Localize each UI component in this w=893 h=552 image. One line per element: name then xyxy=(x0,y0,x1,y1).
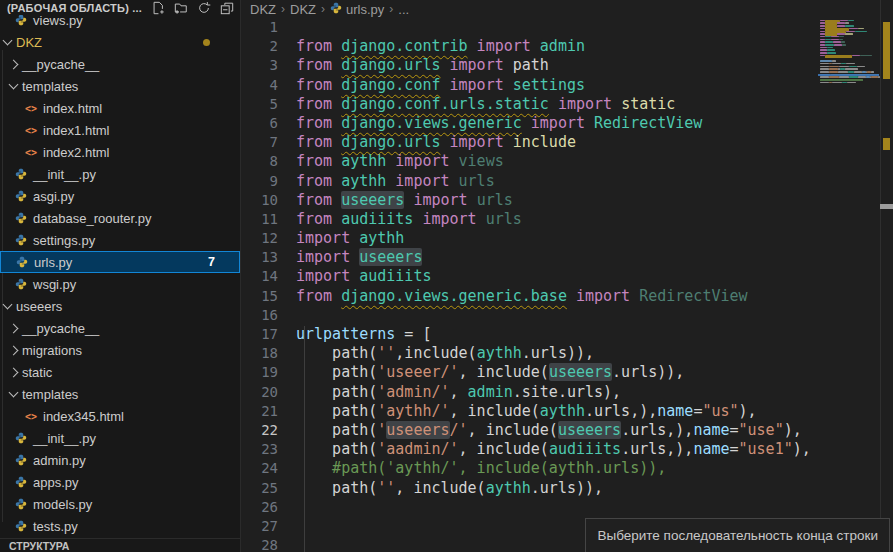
line-number: 5 xyxy=(241,95,278,114)
tree-item-label: __pycache__ xyxy=(22,57,99,72)
code-line[interactable]: 12import aythh xyxy=(241,229,893,248)
code-line[interactable]: 26 xyxy=(241,498,893,517)
code-line[interactable]: 2from django.contrib import admin xyxy=(241,37,893,56)
code-line[interactable]: 6from django.views.generic import Redire… xyxy=(241,114,893,133)
tree-item-asgi-py[interactable]: asgi.py xyxy=(0,185,240,207)
tree-item-index-html[interactable]: <>index.html xyxy=(0,97,240,119)
code-line[interactable]: 20 path('admin/', admin.site.urls), xyxy=(241,383,893,402)
python-file-icon xyxy=(14,431,28,445)
breadcrumb-label: DKZ xyxy=(290,2,316,17)
line-number: 4 xyxy=(241,76,278,95)
code-line[interactable]: 5from django.conf.urls.static import sta… xyxy=(241,95,893,114)
tree-item-apps-py[interactable]: apps.py xyxy=(0,471,240,493)
python-file-icon xyxy=(14,277,28,291)
code-line[interactable]: 7from django.urls import include xyxy=(241,133,893,152)
breadcrumb-item[interactable]: DKZ xyxy=(250,2,276,17)
minimap-line-segment xyxy=(825,55,851,58)
minimap[interactable] xyxy=(818,0,879,552)
breadcrumb-separator-icon: › xyxy=(389,2,393,16)
tree-item-settings-py[interactable]: settings.py xyxy=(0,229,240,251)
tree-item-dkz[interactable]: DKZ xyxy=(0,31,240,53)
python-file-icon xyxy=(14,13,28,27)
tree-item-label: static xyxy=(22,365,52,380)
code-line[interactable]: 15from django.views.generic.base import … xyxy=(241,287,893,306)
minimap-line-segment xyxy=(825,41,832,43)
python-file-icon xyxy=(14,453,28,467)
code-text: from django.conf import settings xyxy=(278,76,585,95)
tree-item-urls-py[interactable]: urls.py7 xyxy=(0,251,240,273)
breadcrumb-item[interactable]: DKZ xyxy=(290,2,316,17)
minimap-line-segment xyxy=(849,66,856,68)
minimap-line-segment xyxy=(837,22,845,24)
tree-item-templates[interactable]: templates xyxy=(0,383,240,405)
tree-item-index2-html[interactable]: <>index2.html xyxy=(0,141,240,163)
code-text: from aythh import views xyxy=(278,152,504,171)
code-line[interactable]: 1 xyxy=(241,18,893,37)
code-line[interactable]: 9from aythh import urls xyxy=(241,172,893,191)
file-tree: views.pyDKZ__pycache__templates<>index.h… xyxy=(0,0,240,538)
chevron-down-icon xyxy=(3,300,13,310)
code-line[interactable]: 22 path('useeers/', include(useeers.urls… xyxy=(241,421,893,440)
code-line[interactable]: 18 path('',include(aythh.urls)), xyxy=(241,344,893,363)
minimap-line-segment xyxy=(871,71,873,73)
code-line[interactable]: 4from django.conf import settings xyxy=(241,76,893,95)
code-line[interactable]: 16 xyxy=(241,306,893,325)
refresh-icon[interactable] xyxy=(196,1,211,16)
breadcrumb-item[interactable]: urls.py xyxy=(330,2,384,17)
tree-item--init-py[interactable]: __init__.py xyxy=(0,163,240,185)
code-line[interactable]: 3from django.urls import path xyxy=(241,56,893,75)
new-file-icon[interactable] xyxy=(150,1,165,16)
tree-item-models-py[interactable]: models.py xyxy=(0,493,240,515)
tree-item-templates[interactable]: templates xyxy=(0,75,240,97)
minimap-line-segment xyxy=(827,47,832,49)
code-text: path('useeers/', include(useeers.urls,),… xyxy=(278,421,802,440)
python-file-icon xyxy=(14,189,28,203)
python-file-icon xyxy=(14,497,28,511)
minimap-line-segment xyxy=(839,39,843,41)
tree-item--pycache-[interactable]: __pycache__ xyxy=(0,53,240,75)
breadcrumb-item[interactable]: ... xyxy=(398,2,409,17)
overview-ruler[interactable] xyxy=(880,0,893,552)
python-file-icon xyxy=(15,255,29,269)
code-line[interactable]: 25 path('', include(aythh.urls)), xyxy=(241,479,893,498)
code-text: import useeers xyxy=(278,248,422,267)
minimap-line-segment xyxy=(827,49,834,51)
tree-item-tests-py[interactable]: tests.py xyxy=(0,515,240,537)
code-line[interactable]: 13import useeers xyxy=(241,248,893,267)
workspace-title: (РАБОЧАЯ ОБЛАСТЬ) ... xyxy=(7,2,142,14)
explorer-section-header[interactable]: (РАБОЧАЯ ОБЛАСТЬ) ... xyxy=(0,0,240,15)
tree-item--init-py[interactable]: __init__.py xyxy=(0,427,240,449)
tree-item--pycache-[interactable]: __pycache__ xyxy=(0,317,240,339)
code-area[interactable]: 12from django.contrib import admin3from … xyxy=(241,18,893,552)
minimap-line-segment xyxy=(854,71,862,73)
code-line[interactable]: 19 path('useeer/', include(useeers.urls)… xyxy=(241,363,893,382)
tree-item-index1-html[interactable]: <>index1.html xyxy=(0,119,240,141)
python-file-icon xyxy=(14,475,28,489)
line-number: 13 xyxy=(241,248,278,267)
code-text: from useeers import urls xyxy=(278,191,513,210)
tree-item-index345-html[interactable]: <>index345.html xyxy=(0,405,240,427)
code-line[interactable]: 21 path('aythh/', include(aythh.urls,),n… xyxy=(241,402,893,421)
tree-item-static[interactable]: static xyxy=(0,361,240,383)
code-line[interactable]: 8from aythh import views xyxy=(241,152,893,171)
outline-section-header[interactable]: СТРУКТУРА xyxy=(0,538,240,552)
code-line[interactable]: 23 path('aadmin/', include(audiiits.urls… xyxy=(241,440,893,459)
tree-item-label: index.html xyxy=(43,101,102,116)
code-line[interactable]: 14import audiiits xyxy=(241,267,893,286)
line-number: 18 xyxy=(241,344,278,363)
tree-item-database-roouter-py[interactable]: database_roouter.py xyxy=(0,207,240,229)
tree-item-migrations[interactable]: migrations xyxy=(0,339,240,361)
code-line[interactable]: 24 #path('aythh/', include(aythh.urls)), xyxy=(241,459,893,478)
new-folder-icon[interactable] xyxy=(173,1,188,16)
code-line[interactable]: 11from audiiits import urls xyxy=(241,210,893,229)
minimap-line-segment xyxy=(820,76,829,78)
tree-item-useeers[interactable]: useeers xyxy=(0,295,240,317)
minimap-line-segment xyxy=(832,63,841,65)
collapse-all-icon[interactable] xyxy=(219,1,234,16)
line-number: 25 xyxy=(241,479,278,498)
code-line[interactable]: 10from useeers import urls xyxy=(241,191,893,210)
tree-item-admin-py[interactable]: admin.py xyxy=(0,449,240,471)
code-line[interactable]: 17urlpatterns = [ xyxy=(241,325,893,344)
tree-item-label: apps.py xyxy=(33,475,79,490)
tree-item-wsgi-py[interactable]: wsgi.py xyxy=(0,273,240,295)
